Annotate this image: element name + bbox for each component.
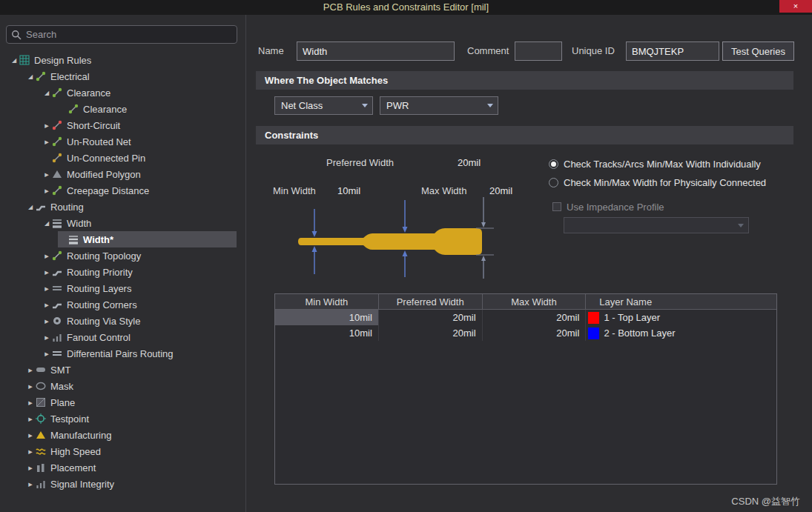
- plane-icon: [36, 397, 47, 408]
- search-box[interactable]: [6, 25, 237, 44]
- window-title: PCB Rules and Constraints Editor [mil]: [0, 1, 812, 13]
- tree-item-testpoint[interactable]: ▸Testpoint: [0, 410, 245, 427]
- tree-item-routing-via-style[interactable]: ▸Routing Via Style: [0, 313, 245, 329]
- cell-preferred-width[interactable]: 20mil: [379, 310, 483, 325]
- tree-item-mask[interactable]: ▸Mask: [0, 378, 245, 394]
- tree-item-width[interactable]: Width*: [0, 231, 245, 247]
- tree-item-manufacturing[interactable]: ▸Manufacturing: [0, 427, 245, 443]
- tree-item-routing-corners[interactable]: ▸Routing Corners: [0, 296, 245, 313]
- column-header-max-width[interactable]: Max Width: [483, 294, 587, 310]
- tree-item-routing-topology[interactable]: ▸Routing Topology: [0, 247, 245, 264]
- expand-arrow-icon[interactable]: ▸: [25, 447, 36, 456]
- preferred-width-value[interactable]: 20mil: [458, 157, 481, 168]
- cell-layer-name[interactable]: 1 - Top Layer: [586, 310, 776, 325]
- collapse-arrow-icon[interactable]: ◢: [42, 90, 52, 96]
- collapse-arrow-icon[interactable]: ◢: [25, 73, 36, 80]
- expand-arrow-icon[interactable]: ▸: [25, 414, 36, 424]
- test-queries-button[interactable]: Test Queries: [722, 41, 794, 61]
- tree-item-modified-polygon[interactable]: ▸Modified Polygon: [0, 166, 245, 182]
- net-class-dropdown[interactable]: PWR: [380, 96, 498, 115]
- expand-arrow-icon[interactable]: ▸: [42, 316, 52, 326]
- tree-item-label: High Speed: [50, 446, 101, 457]
- tree-item-short-circuit[interactable]: ▸Short-Circuit: [0, 117, 245, 133]
- tree-item-routing-layers[interactable]: ▸Routing Layers: [0, 280, 245, 296]
- expand-arrow-icon[interactable]: ▸: [42, 170, 52, 179]
- smt-icon: [36, 365, 47, 375]
- expand-arrow-icon[interactable]: ▸: [25, 398, 36, 408]
- cell-max-width[interactable]: 20mil: [483, 325, 587, 341]
- tree-item-un-routed-net[interactable]: ▸Un-Routed Net: [0, 133, 245, 150]
- design-rules-icon: [19, 55, 31, 65]
- tree-item-electrical[interactable]: ◢Electrical: [0, 68, 245, 84]
- tree-item-routing-priority[interactable]: ▸Routing Priority: [0, 264, 245, 280]
- tree-item-design-rules[interactable]: ◢Design Rules: [0, 52, 245, 68]
- column-header-min-width[interactable]: Min Width: [275, 294, 379, 310]
- tree-item-placement[interactable]: ▸Placement: [0, 459, 245, 476]
- radio-check-connected[interactable]: Check Min/Max Width for Physically Conne…: [549, 176, 766, 189]
- expand-arrow-icon[interactable]: ▸: [42, 300, 52, 310]
- tree-item-creepage-distance[interactable]: ▸Creepage Distance: [0, 182, 245, 199]
- cell-preferred-width[interactable]: 20mil: [379, 325, 483, 341]
- high-speed-icon: [36, 446, 47, 456]
- tree-item-label: Creepage Distance: [67, 185, 149, 196]
- preferred-width-label: Preferred Width: [326, 157, 394, 168]
- use-impedance-checkbox[interactable]: Use Impedance Profile: [552, 200, 664, 213]
- mask-icon: [36, 381, 47, 391]
- collapse-arrow-icon[interactable]: ◢: [9, 57, 19, 64]
- cell-max-width[interactable]: 20mil: [483, 310, 587, 325]
- name-input[interactable]: [297, 41, 455, 61]
- unique-id-label: Unique ID: [572, 41, 615, 61]
- radio-check-individually[interactable]: Check Tracks/Arcs Min/Max Width Individu…: [549, 157, 761, 170]
- expand-arrow-icon[interactable]: ▸: [25, 365, 36, 375]
- cell-min-width[interactable]: 10mil: [275, 310, 379, 325]
- search-icon: [11, 30, 22, 40]
- collapse-arrow-icon[interactable]: ◢: [42, 220, 52, 227]
- tree-item-smt[interactable]: ▸SMT: [0, 362, 245, 378]
- tree-item-un-connected-pin[interactable]: Un-Connected Pin: [0, 150, 245, 166]
- comment-input[interactable]: [515, 41, 562, 61]
- unique-id-input[interactable]: [626, 41, 719, 61]
- tree-item-routing[interactable]: ◢Routing: [0, 199, 245, 215]
- routing-layers-icon: [52, 283, 64, 293]
- expand-arrow-icon[interactable]: ▸: [42, 121, 52, 130]
- tree-item-label: Testpoint: [50, 413, 89, 425]
- expand-arrow-icon[interactable]: ▸: [42, 186, 52, 196]
- tree-item-label: Signal Integrity: [50, 479, 114, 490]
- table-row: 10mil20mil20mil2 - Bottom Layer: [275, 325, 776, 341]
- expand-arrow-icon[interactable]: ▸: [42, 251, 52, 261]
- expand-arrow-icon[interactable]: ▸: [42, 137, 52, 147]
- expand-arrow-icon[interactable]: ▸: [25, 479, 36, 489]
- tree-item-clearance[interactable]: ◢Clearance: [0, 84, 245, 101]
- expand-arrow-icon[interactable]: ▸: [42, 333, 52, 342]
- tree-item-plane[interactable]: ▸Plane: [0, 394, 245, 410]
- expand-arrow-icon[interactable]: ▸: [42, 349, 52, 359]
- expand-arrow-icon[interactable]: ▸: [25, 382, 36, 391]
- tree-item-signal-integrity[interactable]: ▸Signal Integrity: [0, 476, 245, 492]
- expand-arrow-icon[interactable]: ▸: [42, 267, 52, 277]
- expand-arrow-icon[interactable]: ▸: [25, 430, 36, 440]
- modified-polygon-icon: [52, 169, 64, 179]
- tree-item-high-speed[interactable]: ▸High Speed: [0, 443, 245, 459]
- table-row: 10mil20mil20mil1 - Top Layer: [275, 310, 776, 325]
- column-header-layer-name[interactable]: Layer Name: [586, 294, 776, 310]
- tree-item-width[interactable]: ◢Width: [0, 215, 245, 231]
- column-header-preferred-width[interactable]: Preferred Width: [379, 294, 483, 310]
- tree-item-differential-pairs-routing[interactable]: ▸Differential Pairs Routing: [0, 345, 245, 362]
- radio-unselected-icon: [549, 178, 558, 187]
- tree-item-label: Width: [67, 218, 91, 229]
- tree-item-label: Routing Corners: [67, 299, 137, 310]
- tree-item-clearance[interactable]: Clearance: [0, 101, 245, 117]
- cell-min-width[interactable]: 10mil: [275, 325, 379, 341]
- search-input[interactable]: [26, 29, 232, 40]
- routing-topology-icon: [52, 250, 64, 261]
- cell-layer-name[interactable]: 2 - Bottom Layer: [586, 325, 776, 341]
- close-button[interactable]: ×: [779, 0, 812, 13]
- scope-dropdown[interactable]: Net Class: [274, 96, 373, 115]
- collapse-arrow-icon[interactable]: ◢: [25, 204, 36, 210]
- radio-selected-icon: [549, 159, 558, 169]
- expand-arrow-icon[interactable]: ▸: [42, 284, 52, 293]
- tree-item-fanout-control[interactable]: ▸Fanout Control: [0, 329, 245, 345]
- expand-arrow-icon[interactable]: ▸: [25, 463, 36, 473]
- routing-icon: [36, 202, 47, 212]
- clearance-icon: [52, 87, 64, 98]
